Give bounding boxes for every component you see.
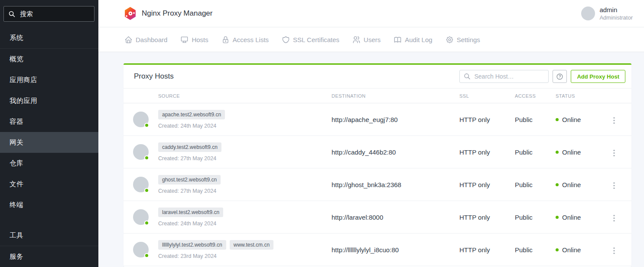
sidebar-item[interactable]: 容器: [0, 111, 98, 132]
shield-icon: [282, 36, 290, 44]
tab-users[interactable]: Users: [352, 36, 381, 44]
nginx-proxy-manager-logo-icon: [124, 7, 136, 20]
tab-label: Hosts: [192, 36, 208, 43]
host-ssl: HTTP only: [459, 214, 515, 221]
sidebar: 搜索 系统概览应用商店我的应用容器网关仓库文件终端工具服务: [0, 0, 98, 267]
host-status: Online: [556, 181, 611, 188]
tab-dashboard[interactable]: Dashboard: [124, 36, 167, 44]
tab-access-lists[interactable]: Access Lists: [221, 36, 269, 44]
table-body: apache.test2.websoft9.cn Created: 24th M…: [124, 103, 631, 266]
sidebar-item[interactable]: 概览: [0, 49, 98, 69]
lock-icon: [221, 36, 230, 44]
sidebar-item[interactable]: 我的应用: [0, 90, 98, 111]
domain-badge: ghost.test2.websoft9.cn: [158, 175, 221, 185]
host-destination: http://ghost_bnk3a:2368: [332, 181, 459, 188]
sidebar-item[interactable]: 终端: [0, 194, 98, 215]
sidebar-item[interactable]: 网关: [0, 132, 98, 153]
nav-tabs: DashboardHostsAccess ListsSSL Certificat…: [98, 27, 644, 52]
host-domains: llllllylylyl.test2.websoft9.cnwww.test.c…: [158, 240, 332, 250]
host-status-label: Online: [562, 246, 581, 254]
search-icon: [464, 73, 471, 80]
row-menu-button[interactable]: [611, 147, 618, 159]
monitor-icon: [180, 36, 189, 44]
host-online-dot: [144, 253, 149, 258]
host-domains: apache.test2.websoft9.cn: [158, 110, 332, 119]
column-ssl: SSL: [459, 93, 515, 99]
host-created: Created: 27th May 2024: [158, 188, 332, 194]
table-row[interactable]: laravel.test2.websoft9.cn Created: 24th …: [124, 201, 631, 234]
proxy-hosts-card: Proxy Hosts Add Proxy Host: [124, 63, 631, 267]
app-header: Nginx Proxy Manager admin Administrator: [98, 0, 644, 27]
app-title: Nginx Proxy Manager: [142, 9, 212, 18]
help-button[interactable]: [553, 70, 567, 83]
user-name: admin: [599, 6, 633, 14]
row-menu-button[interactable]: [611, 245, 618, 257]
host-status-label: Online: [562, 116, 581, 123]
host-status: Online: [556, 148, 611, 156]
host-search-field[interactable]: [459, 70, 549, 83]
sidebar-item[interactable]: 仓库: [0, 153, 98, 174]
tab-settings[interactable]: Settings: [446, 36, 480, 44]
host-ssl: HTTP only: [459, 246, 515, 254]
users-icon: [352, 36, 361, 44]
host-search-input[interactable]: [474, 73, 544, 80]
host-online-dot: [144, 155, 149, 160]
host-status: Online: [556, 116, 611, 123]
online-dot: [556, 248, 559, 251]
host-access: Public: [515, 214, 556, 221]
table-row[interactable]: llllllylylyl.test2.websoft9.cnwww.test.c…: [124, 234, 631, 266]
tab-audit-log[interactable]: Audit Log: [394, 36, 432, 44]
host-access: Public: [515, 181, 556, 188]
table-row[interactable]: ghost.test2.websoft9.cn Created: 27th Ma…: [124, 168, 631, 201]
tab-label: Users: [364, 36, 381, 43]
online-dot: [556, 216, 559, 219]
user-avatar: [581, 7, 595, 20]
host-status-label: Online: [562, 181, 581, 188]
sidebar-spacer: [0, 215, 98, 225]
user-role: Administrator: [599, 14, 633, 21]
table-row[interactable]: apache.test2.websoft9.cn Created: 24th M…: [124, 103, 631, 136]
host-access: Public: [515, 148, 556, 156]
host-avatar: [133, 209, 149, 225]
domain-badge: apache.test2.websoft9.cn: [158, 110, 225, 119]
add-proxy-host-button[interactable]: Add Proxy Host: [571, 70, 625, 83]
sidebar-item[interactable]: 系统: [0, 27, 98, 48]
sidebar-search-placeholder: 搜索: [20, 10, 33, 18]
host-domains: ghost.test2.websoft9.cn: [158, 175, 332, 185]
sidebar-item[interactable]: 工具: [0, 225, 98, 246]
host-online-dot: [144, 123, 149, 128]
tab-label: SSL Certificates: [293, 36, 339, 43]
host-created: Created: 24th May 2024: [158, 221, 332, 227]
host-created: Created: 27th May 2024: [158, 155, 332, 162]
sidebar-item[interactable]: 文件: [0, 174, 98, 194]
book-icon: [394, 36, 402, 44]
sidebar-search-input[interactable]: 搜索: [3, 6, 94, 22]
search-icon: [8, 10, 16, 18]
host-destination: http://caddy_446b2:80: [332, 148, 459, 156]
app-brand: Nginx Proxy Manager: [124, 7, 212, 20]
host-online-dot: [144, 221, 149, 225]
host-destination: http://laravel:8000: [332, 214, 459, 221]
host-domains: laravel.test2.websoft9.cn: [158, 208, 332, 217]
table-header: SOURCE DESTINATION SSL ACCESS STATUS: [124, 88, 631, 103]
tab-ssl-certificates[interactable]: SSL Certificates: [282, 36, 339, 44]
main-area: Nginx Proxy Manager admin Administrator …: [98, 0, 644, 267]
card-actions: Add Proxy Host: [459, 70, 625, 83]
online-dot: [556, 183, 559, 186]
card-header: Proxy Hosts Add Proxy Host: [124, 65, 631, 88]
table-row[interactable]: caddy.test2.websoft9.cn Created: 27th Ma…: [124, 136, 631, 168]
tab-label: Access Lists: [233, 36, 269, 43]
row-menu-button[interactable]: [611, 115, 618, 127]
host-destination: http://apache_eugj7:80: [332, 116, 459, 123]
domain-badge: llllllylylyl.test2.websoft9.cn: [158, 240, 226, 250]
column-status: STATUS: [556, 93, 611, 99]
row-menu-button[interactable]: [611, 212, 618, 224]
tab-hosts[interactable]: Hosts: [180, 36, 208, 44]
sidebar-item[interactable]: 服务: [0, 246, 98, 267]
host-ssl: HTTP only: [459, 148, 515, 156]
sidebar-item[interactable]: 应用商店: [0, 69, 98, 90]
host-status-label: Online: [562, 214, 581, 221]
user-menu[interactable]: admin Administrator: [581, 6, 633, 21]
content: Proxy Hosts Add Proxy Host: [98, 52, 644, 267]
row-menu-button[interactable]: [611, 180, 618, 192]
